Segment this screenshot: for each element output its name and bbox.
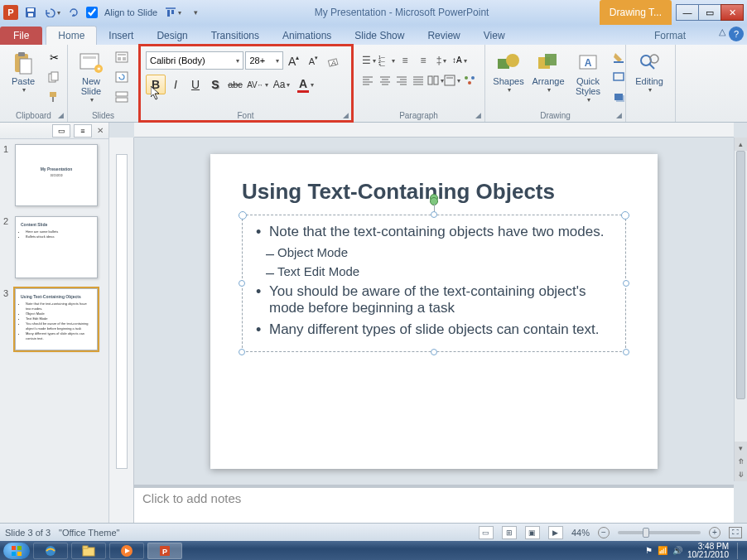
qat-align-checkbox[interactable] (86, 7, 98, 18)
scroll-thumb[interactable] (736, 151, 745, 399)
zoom-in-icon[interactable]: + (709, 527, 720, 538)
shapes-button[interactable]: Shapes▾ (490, 48, 527, 95)
drawing-launcher-icon[interactable]: ◢ (614, 110, 624, 120)
thumbnail-row[interactable]: 3Using Text-Containing ObjectsNote that … (3, 288, 105, 350)
zoom-slider[interactable] (618, 531, 701, 534)
strike-button[interactable]: abc (225, 75, 245, 94)
numbering-icon[interactable]: 1—2—3—▾ (378, 51, 396, 70)
content-textbox[interactable]: Note that the text-containing objects ha… (242, 215, 626, 352)
normal-view-icon[interactable]: ▭ (479, 526, 494, 539)
minimize-ribbon-icon[interactable]: △ (719, 27, 725, 41)
qat-undo-icon[interactable]: ▾ (43, 3, 61, 22)
prev-slide-icon[interactable]: ⤊ (735, 455, 747, 468)
tab-view[interactable]: View (472, 27, 517, 45)
vertical-ruler[interactable] (109, 138, 134, 523)
bullets-icon[interactable]: ☰▾ (359, 51, 378, 70)
align-left-icon[interactable] (359, 71, 376, 89)
tray-network-icon[interactable]: 📶 (658, 546, 667, 555)
show-desktop-button[interactable] (737, 543, 744, 559)
text-direction-icon[interactable]: ↕A▾ (451, 51, 469, 70)
arrange-button[interactable]: Arrange▾ (530, 48, 566, 95)
shape-outline-icon[interactable] (610, 68, 628, 86)
qat-redo-icon[interactable] (65, 3, 83, 22)
panel-close-icon[interactable]: ✕ (95, 126, 105, 135)
horizontal-ruler[interactable] (134, 123, 734, 138)
align-text-icon[interactable]: ▾ (444, 71, 460, 89)
scroll-up-icon[interactable]: ▴ (735, 138, 747, 151)
tab-file[interactable]: File (0, 27, 42, 45)
section-icon[interactable] (113, 88, 131, 106)
thumbnail[interactable]: Content SlideHere are some bulletsBullet… (15, 216, 98, 278)
minimize-button[interactable]: — (676, 4, 699, 21)
bold-button[interactable]: B (146, 75, 166, 94)
inc-indent-icon[interactable]: ≡ (414, 51, 432, 70)
slide-canvas[interactable]: Using Text-Containing Objects Note that … (210, 154, 658, 469)
thumbnail-row[interactable]: 2Content SlideHere are some bulletsBulle… (3, 216, 105, 278)
underline-button[interactable]: U (186, 75, 205, 94)
clipboard-launcher-icon[interactable]: ◢ (55, 110, 65, 120)
tab-home[interactable]: Home (46, 26, 97, 45)
paragraph-launcher-icon[interactable]: ◢ (473, 110, 483, 120)
thumbnail[interactable]: My Presentation10/21/2010 (15, 144, 98, 206)
shadow-button[interactable]: S (205, 75, 225, 94)
format-painter-icon[interactable] (45, 88, 63, 106)
change-case-icon[interactable]: Aa▾ (270, 75, 293, 94)
task-ie-icon[interactable] (33, 543, 68, 559)
tab-insert[interactable]: Insert (97, 27, 145, 45)
notes-pane[interactable]: Click to add notes (134, 485, 734, 523)
task-explorer-icon[interactable] (71, 543, 106, 559)
font-color-icon[interactable]: A▾ (293, 75, 318, 94)
tab-format[interactable]: Format (643, 27, 697, 45)
shape-effects-icon[interactable] (610, 88, 628, 106)
qat-customize-icon[interactable]: ▾ (186, 3, 204, 22)
sub-bullet-item[interactable]: Object Mode (254, 245, 614, 259)
qat-save-icon[interactable] (22, 3, 40, 22)
resize-handle[interactable] (239, 280, 245, 287)
italic-button[interactable]: I (166, 75, 186, 94)
resize-handle[interactable] (623, 349, 629, 355)
font-launcher-icon[interactable]: ◢ (340, 110, 350, 120)
bullet-item[interactable]: Many different types of slide objects ca… (254, 321, 614, 338)
slides-tab-icon[interactable]: ▭ (52, 124, 70, 138)
tray-clock[interactable]: 3:48 PM 10/21/2010 (687, 543, 732, 559)
resize-handle[interactable] (431, 349, 437, 355)
font-size-combo[interactable]: 28+▾ (245, 51, 282, 70)
tab-slideshow[interactable]: Slide Show (343, 27, 416, 45)
outline-tab-icon[interactable]: ≡ (74, 124, 92, 138)
quick-styles-button[interactable]: A Quick Styles▾ (570, 48, 606, 105)
sorter-view-icon[interactable]: ⊞ (502, 526, 517, 539)
tab-design[interactable]: Design (145, 27, 199, 45)
resize-handle[interactable] (623, 280, 629, 287)
cut-icon[interactable]: ✂ (45, 48, 63, 66)
bullet-item[interactable]: You should be aware of the text-containi… (254, 283, 614, 316)
thumbnail-row[interactable]: 1My Presentation10/21/2010 (3, 144, 105, 206)
copy-icon[interactable] (45, 68, 63, 86)
dec-indent-icon[interactable]: ≡ (396, 51, 414, 70)
vertical-scrollbar[interactable]: ▴ ▾ ⤊ ⤋ (734, 138, 747, 481)
reset-icon[interactable] (113, 68, 131, 86)
align-right-icon[interactable] (393, 71, 410, 89)
shrink-font-icon[interactable]: A▾ (305, 51, 323, 71)
task-powerpoint-icon[interactable]: P (147, 543, 182, 559)
tray-flag-icon[interactable]: ⚑ (645, 546, 653, 555)
tab-animations[interactable]: Animations (271, 27, 343, 45)
tab-review[interactable]: Review (416, 27, 471, 45)
fit-to-window-icon[interactable]: ⛶ (729, 527, 742, 538)
tab-transitions[interactable]: Transitions (200, 27, 271, 45)
new-slide-button[interactable]: ✶ New Slide ▾ (73, 48, 109, 105)
start-button[interactable] (3, 543, 30, 559)
editing-button[interactable]: Editing▾ (631, 48, 667, 95)
close-button[interactable]: ✕ (720, 4, 744, 21)
line-spacing-icon[interactable]: ‡▾ (432, 51, 451, 70)
thumbnail[interactable]: Using Text-Containing ObjectsNote that t… (15, 288, 98, 350)
resize-handle[interactable] (239, 349, 245, 355)
reading-view-icon[interactable]: ▣ (525, 526, 540, 539)
justify-icon[interactable] (410, 71, 427, 89)
bullet-item[interactable]: Note that the text-containing objects ha… (254, 224, 614, 240)
grow-font-icon[interactable]: A▴ (285, 51, 303, 71)
tray-volume-icon[interactable]: 🔊 (672, 546, 682, 555)
qat-align-top-icon[interactable]: ▾ (164, 3, 182, 22)
help-icon[interactable]: ? (729, 27, 744, 41)
sub-bullet-item[interactable]: Text Edit Mode (254, 264, 614, 278)
paste-button[interactable]: Paste ▾ (5, 48, 41, 95)
